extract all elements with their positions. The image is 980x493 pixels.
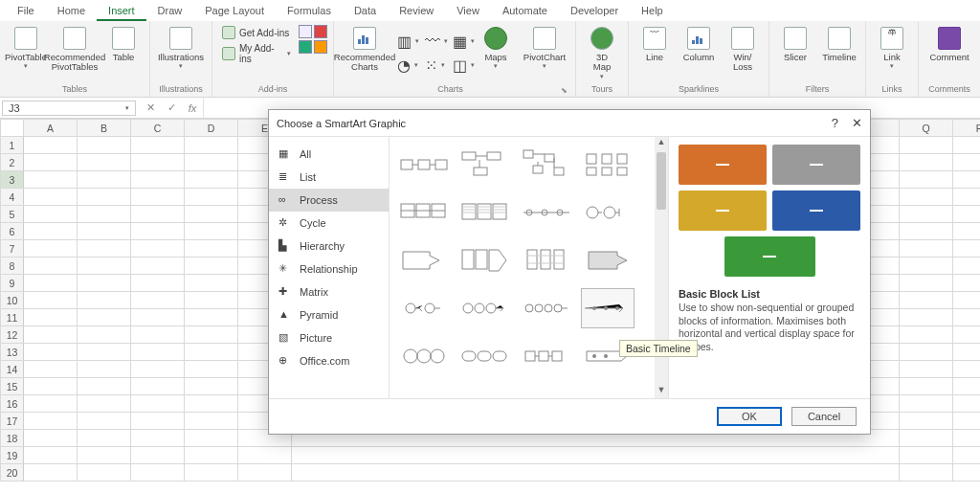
insert-function-button[interactable]: fx	[182, 102, 203, 114]
cell-C11[interactable]	[131, 309, 185, 326]
layout-thumb-5[interactable]	[458, 192, 512, 233]
recommended-charts-button[interactable]: Recommended Charts	[340, 25, 390, 73]
cell-B2[interactable]	[78, 154, 131, 171]
row-header-19[interactable]: 19	[1, 447, 24, 464]
row-header-17[interactable]: 17	[1, 413, 24, 430]
cell-D11[interactable]	[185, 309, 238, 326]
cell-Q19[interactable]	[900, 447, 953, 464]
cell-D15[interactable]	[185, 378, 238, 395]
cell-R4[interactable]	[953, 189, 981, 206]
cell-A4[interactable]	[24, 189, 78, 206]
cell-A20[interactable]	[24, 464, 78, 482]
layout-thumb-11[interactable]	[581, 240, 635, 280]
cell-E19[interactable]	[238, 447, 292, 464]
cell-Q18[interactable]	[900, 430, 953, 447]
cell-D14[interactable]	[185, 361, 238, 378]
cell-B14[interactable]	[78, 361, 131, 378]
column-header-D[interactable]: D	[185, 120, 238, 137]
category-picture[interactable]: ▧ Picture	[269, 326, 389, 349]
category-matrix[interactable]: ✚ Matrix	[269, 280, 389, 303]
cell-A5[interactable]	[24, 206, 78, 223]
tab-draw[interactable]: Draw	[146, 2, 194, 21]
chart-bar-button[interactable]: ▥▾	[393, 31, 416, 52]
column-header-C[interactable]: C	[131, 120, 185, 137]
row-header-18[interactable]: 18	[1, 430, 24, 447]
cell-R11[interactable]	[953, 309, 981, 326]
column-header-Q[interactable]: Q	[900, 120, 953, 137]
layout-thumb-10[interactable]	[520, 240, 573, 280]
cell-D6[interactable]	[185, 223, 238, 240]
ok-button[interactable]: OK	[717, 407, 782, 426]
cell-B8[interactable]	[78, 258, 131, 275]
layout-thumb-15[interactable]	[581, 288, 635, 328]
cell-D8[interactable]	[185, 258, 238, 275]
column-header-B[interactable]: B	[78, 120, 131, 137]
cell-R16[interactable]	[953, 395, 981, 413]
scroll-up-button[interactable]: ▲	[655, 137, 668, 150]
layout-thumb-0[interactable]	[397, 145, 451, 185]
cell-C6[interactable]	[131, 223, 185, 240]
category-hierarchy[interactable]: ▙ Hierarchy	[269, 235, 389, 258]
cell-Q6[interactable]	[900, 223, 953, 240]
cell-B20[interactable]	[78, 464, 131, 482]
sparkline-winloss-button[interactable]: Win/ Loss	[723, 25, 763, 73]
cell-B4[interactable]	[78, 189, 131, 206]
layout-thumb-19[interactable]	[581, 336, 635, 376]
pivottable-button[interactable]: PivotTable▾	[6, 25, 46, 70]
cell-B11[interactable]	[78, 309, 131, 326]
cell-R5[interactable]	[953, 206, 981, 223]
category-pyramid[interactable]: ▲ Pyramid	[269, 303, 389, 326]
cell-C5[interactable]	[131, 206, 185, 223]
cell-A12[interactable]	[24, 326, 78, 344]
slicer-button[interactable]: Slicer	[775, 25, 815, 62]
cell-R13[interactable]	[953, 344, 981, 361]
cell-A13[interactable]	[24, 344, 78, 361]
layout-thumb-9[interactable]	[458, 240, 512, 280]
cell-B16[interactable]	[78, 395, 131, 413]
cell-B7[interactable]	[78, 240, 131, 258]
layout-thumb-6[interactable]	[520, 192, 573, 233]
tab-automate[interactable]: Automate	[491, 2, 559, 21]
layout-thumb-4[interactable]	[397, 192, 451, 233]
tab-developer[interactable]: Developer	[559, 2, 630, 21]
table-button[interactable]: Table	[103, 25, 144, 62]
chart-scatter-button[interactable]: ⁙▾	[421, 55, 444, 76]
cell-A3[interactable]	[24, 171, 78, 189]
layout-thumb-3[interactable]	[581, 145, 635, 185]
name-box[interactable]: J3▾	[2, 101, 136, 116]
layout-thumb-13[interactable]	[458, 288, 512, 328]
cell-C7[interactable]	[131, 240, 185, 258]
cell-A17[interactable]	[24, 413, 78, 430]
recommended-pivottables-button[interactable]: Recommended PivotTables	[50, 25, 100, 73]
cell-B12[interactable]	[78, 326, 131, 344]
charts-dialog-launcher[interactable]: ⬊	[561, 86, 568, 95]
cell-D13[interactable]	[185, 344, 238, 361]
row-header-12[interactable]: 12	[1, 326, 24, 344]
row-header-14[interactable]: 14	[1, 361, 24, 378]
cell-Q2[interactable]	[900, 154, 953, 171]
cell-B19[interactable]	[78, 447, 131, 464]
cell-A7[interactable]	[24, 240, 78, 258]
comment-button[interactable]: Comment	[924, 25, 974, 62]
tab-home[interactable]: Home	[46, 2, 97, 21]
cell-C17[interactable]	[131, 413, 185, 430]
close-button[interactable]: ✕	[852, 116, 862, 130]
sparkline-column-button[interactable]: Column	[679, 25, 719, 62]
tab-formulas[interactable]: Formulas	[276, 2, 343, 21]
gallery-scrollbar[interactable]: ▲ ▼	[655, 137, 668, 398]
layout-thumb-16[interactable]	[397, 336, 451, 376]
row-header-7[interactable]: 7	[1, 240, 24, 258]
layout-thumb-18[interactable]	[520, 336, 573, 376]
row-header-13[interactable]: 13	[1, 344, 24, 361]
cell-Q13[interactable]	[900, 344, 953, 361]
cell-R12[interactable]	[953, 326, 981, 344]
cell-B15[interactable]	[78, 378, 131, 395]
cell-C14[interactable]	[131, 361, 185, 378]
cell-E20[interactable]	[238, 464, 292, 482]
column-header-A[interactable]: A	[24, 120, 78, 137]
cell-C3[interactable]	[131, 171, 185, 189]
row-header-3[interactable]: 3	[1, 171, 24, 189]
get-addins-button[interactable]: Get Add-ins	[218, 25, 295, 40]
timeline-button[interactable]: Timeline	[819, 25, 859, 62]
cell-C16[interactable]	[131, 395, 185, 413]
